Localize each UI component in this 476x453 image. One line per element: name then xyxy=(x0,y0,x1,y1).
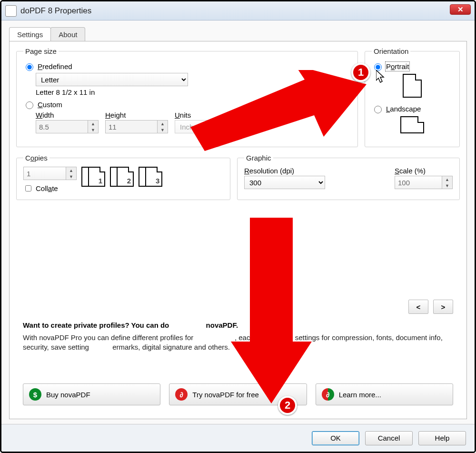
window-title: doPDF 8 Properties xyxy=(20,6,91,16)
radio-custom[interactable] xyxy=(26,101,33,109)
collate-checkbox[interactable] xyxy=(25,185,31,191)
close-button[interactable]: ✕ xyxy=(450,4,471,15)
radio-predefined-label: Predefined xyxy=(38,62,72,70)
orientation-legend: Orientation xyxy=(372,47,410,55)
properties-dialog: doPDF 8 Properties ✕ Settings About Page… xyxy=(0,0,476,453)
height-input[interactable] xyxy=(105,120,158,133)
app-icon xyxy=(5,5,17,17)
scale-spinner[interactable]: ▲▼ xyxy=(442,176,453,189)
svg-marker-2 xyxy=(231,218,312,403)
tabstrip: Settings About xyxy=(9,27,467,41)
copies-input[interactable] xyxy=(23,167,66,180)
resolution-combo[interactable]: 300 xyxy=(244,176,325,189)
resolution-label: Resolution (dpi) xyxy=(244,167,385,175)
width-spinner[interactable]: ▲▼ xyxy=(88,120,99,133)
ok-button[interactable]: OK xyxy=(312,431,359,445)
radio-portrait-label: Portrait xyxy=(386,62,409,70)
annotation-badge-2: 2 xyxy=(278,396,297,415)
radio-landscape[interactable] xyxy=(374,106,382,113)
tab-panel-settings: Page size Predefined Letter Letter 8 1/2… xyxy=(9,41,467,419)
tab-about[interactable]: About xyxy=(50,27,85,41)
collate-label: Collate xyxy=(36,184,58,192)
copies-legend: Copies xyxy=(23,154,50,162)
buy-novapdf-button[interactable]: $ Buy novaPDF xyxy=(23,383,160,405)
group-graphic: Graphic Resolution (dpi) 300 Scale (%) xyxy=(237,154,460,200)
promo-prev-button[interactable]: < xyxy=(408,300,428,314)
landscape-icon xyxy=(400,116,424,133)
try-icon: ∂ xyxy=(175,388,188,401)
cancel-button[interactable]: Cancel xyxy=(365,431,413,445)
page-size-legend: Page size xyxy=(23,47,59,55)
group-copies: Copies ▲▼ Collate xyxy=(16,154,230,200)
height-label: Height xyxy=(105,111,168,119)
cursor-icon xyxy=(376,70,387,84)
buy-novapdf-label: Buy novaPDF xyxy=(46,391,90,399)
annotation-arrow-2 xyxy=(231,218,312,403)
promo-next-button[interactable]: > xyxy=(433,300,453,314)
radio-custom-label: Custom xyxy=(38,101,62,109)
group-orientation: Orientation Portrait Landscape xyxy=(365,47,460,147)
height-spinner[interactable]: ▲▼ xyxy=(158,120,168,133)
titlebar: doPDF 8 Properties ✕ xyxy=(1,1,475,20)
dialog-footer: OK Cancel Help xyxy=(1,424,475,452)
learn-icon: ∂ xyxy=(322,388,334,401)
client-area: Settings About Page size Predefined Lett… xyxy=(1,20,475,424)
width-label: Width xyxy=(36,111,99,119)
graphic-legend: Graphic xyxy=(244,154,273,162)
svg-marker-1 xyxy=(376,70,384,82)
dollar-icon: $ xyxy=(29,388,41,401)
scale-label: Scale (%) xyxy=(395,167,453,175)
copies-spinner[interactable]: ▲▼ xyxy=(66,167,77,180)
copies-illustration: 11 22 33 xyxy=(86,167,162,188)
radio-landscape-label: Landscape xyxy=(386,105,421,113)
portrait-icon xyxy=(403,74,422,98)
help-button[interactable]: Help xyxy=(418,431,466,445)
svg-marker-0 xyxy=(190,70,367,151)
learn-more-label: Learn more... xyxy=(339,391,381,399)
tab-settings[interactable]: Settings xyxy=(9,27,51,41)
predefined-size-combo[interactable]: Letter xyxy=(36,73,188,86)
annotation-badge-1: 1 xyxy=(351,63,370,82)
width-input[interactable] xyxy=(36,120,88,133)
learn-more-button[interactable]: ∂ Learn more... xyxy=(316,383,453,405)
annotation-arrow-1 xyxy=(190,70,367,151)
scale-input[interactable] xyxy=(395,176,442,189)
radio-predefined[interactable] xyxy=(26,63,33,71)
